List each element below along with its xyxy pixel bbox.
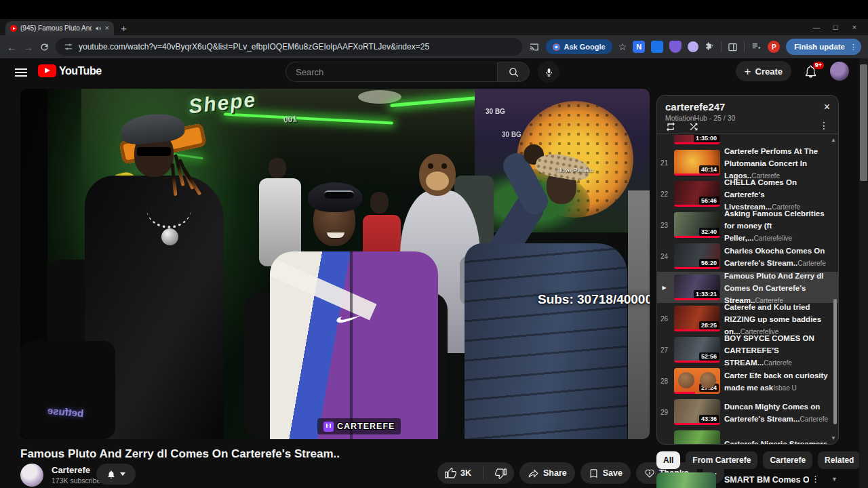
guide-menu-button[interactable] [15, 66, 27, 79]
youtube-masthead: YouTube + Create 9+ [0, 58, 868, 84]
new-tab-button[interactable]: + [121, 23, 127, 33]
dislike-button[interactable] [488, 462, 514, 484]
playlist-menu-icon[interactable]: ⋮ [819, 120, 829, 131]
scroll-up-icon[interactable]: ▲ [831, 137, 836, 143]
finish-update-button[interactable]: Finish update ⋮ [786, 39, 861, 55]
chip-related[interactable]: Related [818, 451, 861, 469]
window-close-button[interactable]: × [845, 20, 864, 34]
chip-carterefe[interactable]: Carterefe [763, 451, 812, 469]
address-bar[interactable]: youtube.com/watch?v=40vByqrX6uQ&list=PLv… [56, 38, 522, 56]
window-titlebar [0, 0, 868, 19]
video-thumbnail: 1:35:00 [674, 135, 720, 144]
shuffle-icon[interactable] [688, 121, 699, 132]
share-button[interactable]: Share [519, 462, 575, 484]
ask-google-button[interactable]: Ask Google [546, 39, 612, 54]
browser-toolbar: ← → youtube.com/watch?v=40vByqrX6uQ&list… [0, 35, 868, 58]
loop-icon[interactable] [665, 121, 676, 132]
bell-icon [106, 470, 116, 479]
browser-menu-icon[interactable]: ⋮ [850, 43, 857, 52]
video-title: Famous Pluto And Zerry dl Comes On Carte… [20, 447, 637, 461]
person-right-vest [465, 243, 627, 439]
window-maximize-button[interactable]: □ [826, 20, 845, 34]
playlist-row[interactable]: 27 52:56 BOY SPYCE COMES ON CARTEREFE'S … [657, 334, 838, 365]
up-next-menu-icon[interactable]: ⋮ [811, 474, 820, 484]
search-icon [508, 66, 519, 78]
site-settings-icon[interactable] [64, 42, 73, 52]
channel-name[interactable]: Carterefe [52, 465, 90, 475]
playlist-scrollbar[interactable] [833, 299, 837, 424]
like-button[interactable]: 3K [437, 462, 479, 484]
reading-list-icon[interactable] [751, 42, 762, 52]
now-playing-icon: ▶ [658, 285, 670, 291]
youtube-logo[interactable]: YouTube [38, 64, 102, 77]
tab-close-icon[interactable]: × [105, 24, 109, 32]
extension-round-icon[interactable] [688, 41, 698, 52]
search-button[interactable] [497, 62, 530, 82]
search-input[interactable] [296, 67, 488, 77]
browser-profile-avatar[interactable]: P [768, 41, 780, 53]
playlist-row[interactable]: 28 27:24 Carter Efe back on curiosity ma… [657, 365, 838, 396]
playlist-row[interactable]: 26 28:25 Caterefe and Kolu tried RIZZING… [657, 303, 838, 334]
subscribed-bell-button[interactable] [96, 464, 136, 485]
video-player[interactable]: Shepe 001 30 BG 30 BG Subs: 30718/40000 [20, 89, 650, 439]
notifications-button[interactable]: 9+ [804, 64, 818, 79]
extension-shield-icon[interactable] [669, 41, 682, 53]
search-box[interactable] [285, 62, 497, 82]
chip-from-carterefe[interactable]: From Carterefe [686, 451, 757, 469]
heart-dollar-icon [644, 468, 655, 479]
playlist-row[interactable]: 23 32:40 Asking Famous Celebrities for m… [657, 209, 838, 241]
playlist-row[interactable]: 29 43:36 Duncan Mighty Comes on Carteref… [657, 396, 838, 428]
extension-n-icon[interactable]: N [633, 41, 645, 53]
related-filter-chips: All From Carterefe Carterefe Related [656, 451, 868, 469]
share-icon [528, 468, 539, 479]
tab-title: (945) Famous Pluto And Ze [20, 24, 92, 32]
video-thumbnail: 32:40 [674, 212, 720, 238]
channel-avatar[interactable] [20, 464, 43, 487]
page-scrollbar-track[interactable] [859, 58, 868, 488]
back-button[interactable]: ← [7, 42, 17, 52]
bookmark-star-icon[interactable]: ☆ [618, 42, 627, 52]
playlist-row[interactable]: 22 56:46 CHELLA Comes On Carterefe's Liv… [657, 178, 838, 209]
playlist-row[interactable]: Carterefe Nigeria Streamers [657, 428, 838, 444]
playlist-row[interactable]: 21 40:14 Carterefe Perfoms At The Plutom… [657, 147, 838, 178]
chip-all[interactable]: All [656, 451, 680, 469]
chevron-down-icon [120, 472, 125, 476]
playlist-row-current[interactable]: ▶ 1:33:21 Famous Pluto And Zerry dl Come… [657, 272, 838, 303]
create-button[interactable]: + Create [736, 61, 791, 81]
url-text[interactable]: youtube.com/watch?v=40vByqrX6uQ&list=PLv… [79, 42, 429, 52]
voice-search-button[interactable] [538, 61, 559, 83]
person-center-tracksuit [270, 251, 438, 439]
scroll-down-icon[interactable]: ▼ [831, 435, 836, 441]
playlist-items: 1:35:00 Carterefe 21 40:14 Carterefe Per… [657, 135, 838, 444]
account-avatar[interactable] [830, 62, 849, 81]
side-panel-icon[interactable] [728, 42, 738, 52]
video-thumbnail: 28:25 [674, 306, 720, 331]
collapse-icon[interactable]: ▼ [831, 476, 837, 483]
playlist-row[interactable]: 24 56:20 Charles Okocha Comes On Cartere… [657, 241, 838, 272]
extensions-puzzle-icon[interactable] [705, 42, 715, 52]
up-next-item[interactable]: SMART BM Comes On ⋮ ▼ [656, 472, 840, 488]
window-minimize-button[interactable]: — [807, 20, 826, 34]
page-scrollbar-thumb[interactable] [860, 64, 867, 181]
cast-icon[interactable] [528, 42, 540, 52]
video-thumbnail [656, 472, 716, 488]
reload-button[interactable] [39, 42, 50, 52]
playlist-close-button[interactable]: × [824, 101, 830, 113]
forward-button[interactable]: → [23, 42, 33, 52]
save-button[interactable]: Save [580, 462, 631, 484]
youtube-logo-icon [38, 64, 56, 77]
bookmark-icon [589, 468, 599, 479]
chat-message-overlay: I love Penalu [556, 166, 593, 174]
up-next-title: SMART BM Comes On [724, 475, 809, 485]
extension-blue-icon[interactable] [651, 41, 663, 53]
video-thumbnail: 52:56 [674, 337, 720, 363]
chain-necklace [146, 189, 191, 228]
subs-counter-overlay: Subs: 30718/40000 [400, 292, 650, 307]
playlist-title[interactable]: carterefe247 [665, 101, 830, 113]
monkey-mask [419, 154, 456, 196]
video-thumbnail: 1:33:21 [674, 274, 720, 300]
youtube-favicon-icon [10, 25, 17, 32]
twitch-icon [323, 422, 334, 432]
browser-tab[interactable]: (945) Famous Pluto And Ze × [5, 21, 114, 35]
tab-audio-icon[interactable] [95, 25, 102, 32]
